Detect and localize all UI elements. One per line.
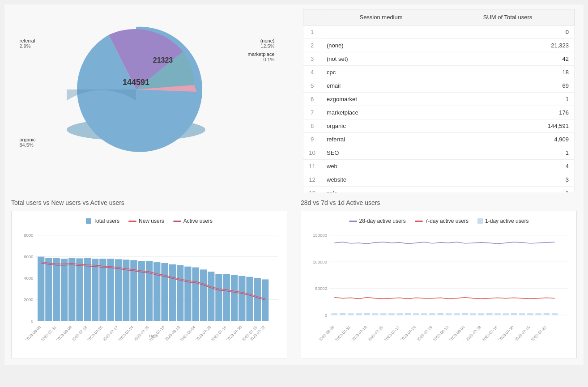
svg-rect-85 <box>470 313 476 315</box>
table-cell-sum: 4 <box>441 160 575 173</box>
svg-rect-70 <box>348 313 354 315</box>
table-cell-num: 5 <box>303 79 321 93</box>
table-row: 6ezgomarket1 <box>303 93 575 106</box>
svg-text:8000: 8000 <box>24 233 33 238</box>
svg-rect-82 <box>446 313 452 315</box>
svg-text:50000: 50000 <box>315 286 327 291</box>
table-cell-medium: (none) <box>321 39 441 52</box>
table-cell-medium: email <box>321 79 441 93</box>
svg-rect-89 <box>503 313 508 315</box>
table-row: 12website3 <box>303 173 575 187</box>
svg-rect-83 <box>454 313 460 315</box>
svg-rect-38 <box>231 275 238 321</box>
svg-rect-17 <box>68 258 75 321</box>
legend-new-users-color <box>128 221 136 222</box>
bar-chart-legend: Total users New users Active users <box>16 218 282 224</box>
legend-7d: 7-day active users <box>415 218 469 224</box>
svg-text:4000: 4000 <box>24 276 33 281</box>
table-cell-medium: referral <box>321 133 441 146</box>
legend-28d: 28-day active users <box>349 218 406 224</box>
svg-text:0: 0 <box>31 319 33 323</box>
legend-7d-color <box>415 221 423 222</box>
svg-rect-71 <box>356 313 362 315</box>
table-cell-medium: ezgomarket <box>321 93 441 106</box>
legend-28d-color <box>349 221 357 222</box>
none-label: (none) 12.5% <box>260 38 275 49</box>
legend-active-users-label: Active users <box>183 218 213 224</box>
line-chart-title: 28d vs 7d vs 1d Active users <box>301 199 577 206</box>
svg-text:6000: 6000 <box>24 254 33 259</box>
svg-text:2023-07-18: 2023-07-18 <box>71 325 88 340</box>
line-chart-legend: 28-day active users 7-day active users 1… <box>306 218 572 224</box>
svg-rect-93 <box>535 313 541 315</box>
legend-new-users-label: New users <box>139 218 164 224</box>
svg-rect-81 <box>438 313 443 315</box>
table-cell-num: 9 <box>303 133 321 146</box>
bar-chart-wrapper: Total users New users Active users <box>11 211 287 358</box>
svg-rect-20 <box>92 259 98 321</box>
table-row: 11web4 <box>303 160 575 173</box>
svg-text:2023-07-15: 2023-07-15 <box>514 325 531 340</box>
table-row: 2(none)21,323 <box>303 39 575 52</box>
svg-rect-72 <box>364 313 370 315</box>
svg-rect-86 <box>478 313 484 315</box>
table-cell-sum: 4,909 <box>441 133 575 146</box>
svg-rect-68 <box>332 313 337 315</box>
table-row: 3(not set)42 <box>303 52 575 66</box>
referral-label: referral 2.9% <box>20 38 35 49</box>
svg-text:2023-07-26: 2023-07-26 <box>133 325 150 340</box>
legend-7d-label: 7-day active users <box>425 218 469 224</box>
svg-text:2023-07-30: 2023-07-30 <box>226 325 243 340</box>
svg-rect-79 <box>421 313 427 315</box>
legend-active-users-color <box>173 221 181 222</box>
svg-rect-26 <box>138 261 145 321</box>
table-cell-num: 3 <box>303 52 321 66</box>
line-chart-panel: 28d vs 7d vs 1d Active users 28-day acti… <box>294 192 584 365</box>
svg-text:2023-07-24: 2023-07-24 <box>400 325 417 340</box>
table-cell-medium: website <box>321 173 441 187</box>
svg-rect-78 <box>413 313 419 315</box>
table-row: 10SEO1 <box>303 146 575 160</box>
svg-text:2023-07-24: 2023-07-24 <box>117 325 134 340</box>
svg-rect-21 <box>99 259 106 321</box>
legend-1d-color <box>477 218 483 224</box>
table-cell-medium: organic <box>321 119 441 133</box>
table-cell-num: 12 <box>303 173 321 187</box>
table-cell-medium <box>321 26 441 39</box>
legend-total-users-label: Total users <box>94 218 119 224</box>
svg-rect-14 <box>45 258 52 321</box>
svg-text:2023-07-30: 2023-07-30 <box>498 325 515 340</box>
svg-text:2023-07-17: 2023-07-17 <box>102 325 119 340</box>
svg-rect-84 <box>462 313 468 315</box>
svg-rect-39 <box>239 276 245 321</box>
svg-rect-18 <box>76 258 83 321</box>
svg-rect-95 <box>552 313 558 315</box>
table-row: 4cpc18 <box>303 66 575 79</box>
table-header-medium: Session medium <box>321 9 441 26</box>
table-cell-num: 4 <box>303 66 321 79</box>
svg-rect-73 <box>372 313 378 315</box>
svg-text:2023-08-13: 2023-08-13 <box>164 325 181 340</box>
svg-text:2023-07-16: 2023-07-16 <box>481 325 498 340</box>
table-cell-sum: 69 <box>441 79 575 93</box>
svg-text:2023-07-18: 2023-07-18 <box>350 325 367 340</box>
table-row: 7marketplace176 <box>303 106 575 119</box>
marketplace-label: marketplace 0.1% <box>248 51 275 62</box>
table-cell-sum: 144,591 <box>441 119 575 133</box>
svg-text:2023-08-08: 2023-08-08 <box>25 325 42 340</box>
legend-1d: 1-day active users <box>477 218 528 224</box>
svg-text:144591: 144591 <box>122 78 149 87</box>
bottom-panels: Total users vs New users vs Active users… <box>4 192 584 365</box>
svg-rect-19 <box>84 258 91 321</box>
svg-text:0: 0 <box>325 313 327 318</box>
svg-rect-34 <box>200 269 207 321</box>
table-cell-sum: 1 <box>441 93 575 106</box>
svg-text:2023-07-22: 2023-07-22 <box>530 325 547 340</box>
table-cell-num: 7 <box>303 106 321 119</box>
svg-rect-37 <box>223 274 230 321</box>
organic-label: organic 84.5% <box>20 137 36 148</box>
table-cell-sum: 176 <box>441 106 575 119</box>
svg-rect-28 <box>153 262 160 321</box>
svg-rect-36 <box>215 274 222 321</box>
table-cell-num: 8 <box>303 119 321 133</box>
